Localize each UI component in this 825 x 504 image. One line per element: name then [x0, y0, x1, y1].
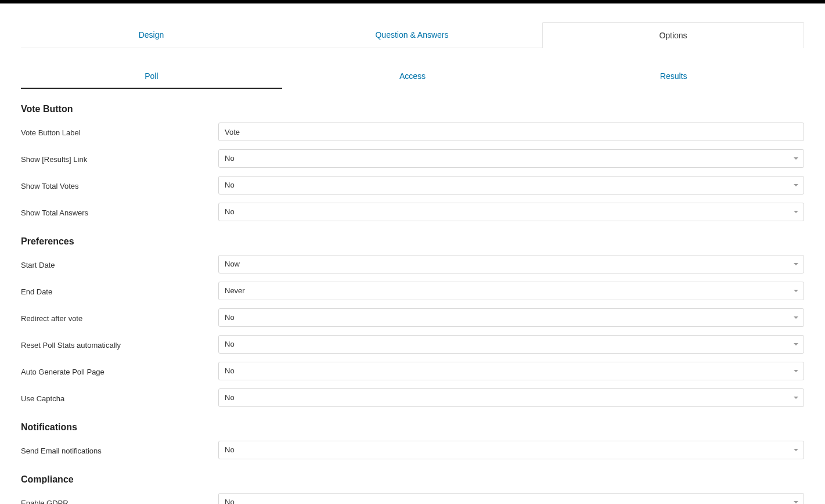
label-vote-button-label: Vote Button Label — [21, 127, 218, 137]
select-reset-poll-stats[interactable]: No — [218, 335, 804, 354]
select-enable-gdpr[interactable]: No — [218, 493, 804, 504]
row-vote-button-label: Vote Button Label — [21, 123, 804, 141]
options-form: Vote Button Vote Button Label Show [Resu… — [21, 104, 804, 504]
label-send-email-notifications: Send Email notifications — [21, 445, 218, 455]
subtab-access[interactable]: Access — [282, 66, 543, 89]
row-enable-gdpr: Enable GDPR No — [21, 493, 804, 504]
row-show-results-link: Show [Results] Link No — [21, 149, 804, 168]
label-show-results-link: Show [Results] Link — [21, 154, 218, 164]
section-header-compliance: Compliance — [21, 474, 804, 485]
label-redirect-after-vote: Redirect after vote — [21, 313, 218, 323]
select-show-results-link[interactable]: No — [218, 149, 804, 168]
subtab-results[interactable]: Results — [543, 66, 804, 89]
select-use-captcha[interactable]: No — [218, 388, 804, 407]
select-redirect-after-vote[interactable]: No — [218, 308, 804, 327]
select-auto-generate-poll-page[interactable]: No — [218, 362, 804, 380]
select-end-date[interactable]: Never — [218, 282, 804, 300]
tab-question-answers[interactable]: Question & Answers — [282, 22, 542, 48]
tab-options[interactable]: Options — [542, 22, 804, 48]
label-use-captcha: Use Captcha — [21, 393, 218, 403]
select-start-date[interactable]: Now — [218, 255, 804, 273]
row-auto-generate-poll-page: Auto Generate Poll Page No — [21, 362, 804, 380]
label-show-total-votes: Show Total Votes — [21, 181, 218, 190]
input-vote-button-label[interactable] — [218, 123, 804, 141]
primary-tabs: Design Question & Answers Options — [21, 22, 804, 48]
row-reset-poll-stats: Reset Poll Stats automatically No — [21, 335, 804, 354]
section-header-notifications: Notifications — [21, 422, 804, 433]
row-use-captcha: Use Captcha No — [21, 388, 804, 407]
row-show-total-votes: Show Total Votes No — [21, 176, 804, 195]
section-header-preferences: Preferences — [21, 236, 804, 247]
tab-design[interactable]: Design — [21, 22, 282, 48]
row-start-date: Start Date Now — [21, 255, 804, 273]
section-header-vote-button: Vote Button — [21, 104, 804, 114]
row-redirect-after-vote: Redirect after vote No — [21, 308, 804, 327]
subtab-poll[interactable]: Poll — [21, 66, 282, 89]
label-start-date: Start Date — [21, 260, 218, 269]
label-enable-gdpr: Enable GDPR — [21, 498, 218, 505]
select-send-email-notifications[interactable]: No — [218, 441, 804, 459]
row-send-email-notifications: Send Email notifications No — [21, 441, 804, 459]
secondary-tabs: Poll Access Results — [21, 66, 804, 89]
top-border — [0, 0, 825, 3]
label-end-date: End Date — [21, 286, 218, 296]
label-auto-generate-poll-page: Auto Generate Poll Page — [21, 366, 218, 376]
select-show-total-answers[interactable]: No — [218, 203, 804, 221]
label-show-total-answers: Show Total Answers — [21, 207, 218, 217]
select-show-total-votes[interactable]: No — [218, 176, 804, 195]
row-show-total-answers: Show Total Answers No — [21, 203, 804, 221]
label-reset-poll-stats: Reset Poll Stats automatically — [21, 340, 218, 350]
row-end-date: End Date Never — [21, 282, 804, 300]
